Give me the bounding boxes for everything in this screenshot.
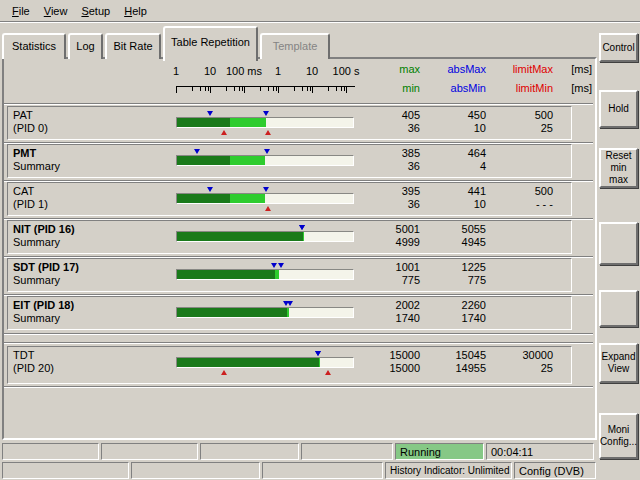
table-row: PMT Summary 385 36 464 4: [7, 144, 572, 178]
value-absmax: 15045: [416, 349, 486, 361]
bar-min-fill: [177, 156, 230, 165]
bar-max-fill: [230, 156, 265, 165]
scale-tick-label: 10: [204, 65, 216, 77]
row-subtitle: Summary: [13, 312, 60, 324]
value-absmax: 464: [416, 147, 486, 159]
repetition-bar: [176, 155, 354, 166]
bar-max-fill: [287, 308, 289, 317]
status-cell-empty: [2, 462, 129, 479]
value-absmax: 2260: [416, 299, 486, 311]
row-title: CAT: [13, 185, 34, 197]
scale-major-tick: [244, 86, 245, 93]
repetition-bar: [176, 231, 354, 242]
value-absmin: 1740: [416, 312, 486, 324]
abs-max-marker: [263, 111, 269, 116]
bar-max-fill: [230, 194, 265, 203]
scale-tick-label: 100 ms: [226, 65, 262, 77]
row-separator: [4, 342, 593, 344]
table-repetition-panel: 1 10 100 ms 1 10 100 s max absMax limitM…: [2, 57, 597, 440]
col-header-limitmax: limitMax: [513, 63, 553, 75]
row-subtitle: Summary: [13, 160, 60, 172]
row-separator: [4, 103, 593, 105]
repetition-bar: [176, 117, 354, 128]
row-title: TDT: [13, 349, 34, 361]
scale-minor-tick: [260, 86, 261, 91]
value-limitmax: 500: [483, 185, 553, 197]
scale-tick-label: 10: [306, 65, 318, 77]
tab-bit-rate[interactable]: Bit Rate: [105, 33, 161, 59]
value-absmax: 1225: [416, 261, 486, 273]
value-absmin: 10: [416, 198, 486, 210]
scale-major-tick: [210, 86, 211, 93]
value-limitmin: 25: [483, 122, 553, 134]
menu-bar: File View Setup Help: [0, 0, 640, 22]
status-cell-empty: [2, 443, 99, 460]
analyzer-window: File View Setup Help Statistics Log Bit …: [0, 0, 640, 480]
scale-minor-tick: [294, 86, 295, 91]
status-cell-empty: [200, 443, 299, 460]
reset-min-max-button[interactable]: Reset min max: [599, 148, 638, 188]
value-min: 15000: [350, 362, 420, 374]
scale-minor-tick: [341, 86, 342, 91]
scale-minor-tick: [205, 86, 206, 91]
row-separator: [4, 333, 593, 335]
expand-view-button[interactable]: Expand View: [599, 343, 638, 383]
tab-strip: Statistics Log Bit Rate Table Repetition…: [0, 24, 640, 59]
abs-min-marker: [207, 111, 213, 116]
control-button[interactable]: Control: [599, 33, 638, 62]
value-min: 1740: [350, 312, 420, 324]
row-separator: [4, 386, 593, 388]
value-min: 4999: [350, 236, 420, 248]
row-subtitle: (PID 1): [13, 198, 48, 210]
col-header-absmax: absMax: [447, 63, 486, 75]
scale-tick-label: 1: [275, 65, 281, 77]
hold-button[interactable]: Hold: [599, 90, 638, 128]
tab-statistics[interactable]: Statistics: [2, 33, 66, 59]
row-subtitle: Summary: [13, 236, 60, 248]
row-title: NIT (PID 16): [13, 223, 75, 235]
menu-view[interactable]: View: [37, 3, 75, 19]
row-subtitle: (PID 20): [13, 362, 54, 374]
history-indicator: History Indicator: Unlimited: [385, 462, 512, 479]
repetition-bar: [176, 307, 354, 318]
value-limitmax: 30000: [483, 349, 553, 361]
table-row: CAT (PID 1) 395 36 441 10 500 - - -: [7, 182, 572, 216]
row-subtitle: (PID 0): [13, 122, 48, 134]
scale-tick-label: 1: [173, 65, 179, 77]
tab-table-repetition[interactable]: Table Repetition: [163, 26, 258, 61]
blank-button-2[interactable]: [599, 290, 638, 327]
menu-file[interactable]: File: [5, 3, 37, 19]
value-min: 775: [350, 274, 420, 286]
limit-max-marker: [265, 206, 271, 211]
repetition-bar: [176, 193, 354, 204]
value-limitmin: - - -: [483, 198, 553, 210]
abs-min-marker: [194, 149, 200, 154]
tab-log[interactable]: Log: [68, 33, 103, 59]
status-cell-empty: [101, 443, 198, 460]
value-absmin: 775: [416, 274, 486, 286]
scale-major-tick: [176, 86, 177, 93]
bar-max-fill: [230, 118, 266, 127]
limit-min-marker: [221, 370, 227, 375]
abs-max-marker: [287, 301, 293, 306]
limit-max-marker: [325, 370, 331, 375]
menu-help[interactable]: Help: [117, 3, 154, 19]
config-indicator: Config (DVB): [514, 462, 596, 479]
moni-config-button[interactable]: Moni Config...: [599, 413, 638, 459]
blank-button-1[interactable]: [599, 222, 638, 265]
table-row: PAT (PID 0) 405 36 450 10 500 25: [7, 106, 572, 140]
scale-major-tick: [278, 86, 279, 93]
bar-min-fill: [177, 118, 230, 127]
scale-minor-tick: [273, 86, 274, 91]
bar-min-fill: [177, 308, 287, 317]
repetition-bar: [176, 269, 354, 280]
value-absmax: 441: [416, 185, 486, 197]
abs-max-marker: [278, 263, 284, 268]
col-header-absmin: absMin: [451, 82, 486, 94]
abs-max-marker: [263, 187, 269, 192]
row-title: PAT: [13, 109, 33, 121]
value-absmin: 4945: [416, 236, 486, 248]
abs-min-marker: [271, 263, 277, 268]
status-cell-empty: [262, 462, 383, 479]
menu-setup[interactable]: Setup: [74, 3, 117, 19]
